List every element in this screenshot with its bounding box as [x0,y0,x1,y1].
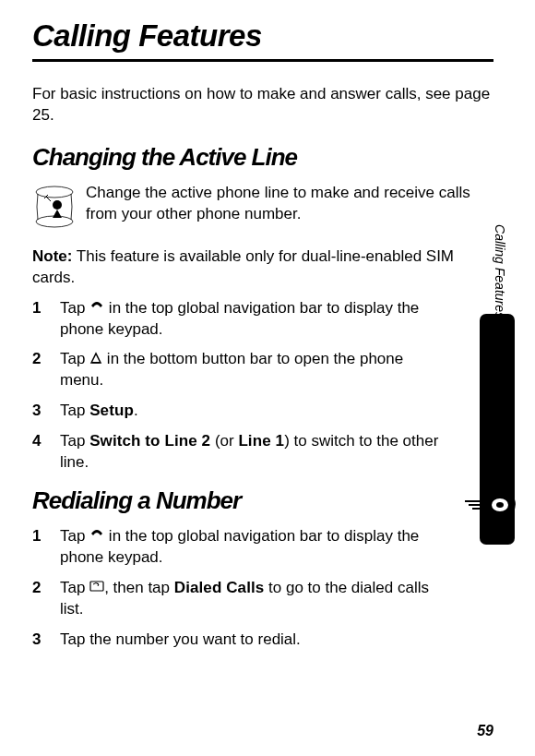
step-text: (or [210,432,238,450]
step-text: , then tap [104,579,174,596]
step-text: Tap [60,350,89,367]
switch-to-line2-label: Switch to Line 2 [89,432,210,450]
phone-handset-icon [89,526,104,547]
step-text: Tap [60,299,89,317]
setup-label: Setup [89,402,134,419]
step-4: Tap Switch to Line 2 (or Line 1) to swit… [32,431,447,474]
page-title: Calling Features [32,18,493,62]
step-3: Tap the number you want to redial. [32,630,447,651]
step-text: Tap [60,527,89,545]
page-number: 59 [477,723,493,739]
step-text: Tap [60,432,89,450]
svg-point-2 [53,200,62,210]
step-3: Tap Setup. [32,401,447,422]
section-heading-redial: Redialing a Number [32,486,493,515]
step-text: . [134,402,138,419]
section1-paragraph: Change the active phone line to make and… [86,184,470,222]
note-block: Change the active phone line to make and… [32,183,493,289]
dialed-calls-label: Dialed Calls [174,579,265,596]
section2-steps: Tap in the top global navigation bar to … [32,526,493,651]
note-label: Note: [32,247,72,265]
section1-steps: Tap in the top global navigation bar to … [32,298,493,474]
side-tab-label: Calling Features [493,224,507,318]
step-text: Tap the number you want to redial. [60,630,301,648]
step-text: Tap [60,579,89,596]
step-text: in the bottom button bar to open the pho… [60,350,403,389]
step-text: in the top global navigation bar to disp… [60,299,419,338]
svg-point-6 [496,502,504,508]
step-1: Tap in the top global navigation bar to … [32,298,447,341]
recent-calls-icon [89,578,104,599]
intro-paragraph: For basic instructions on how to make an… [32,84,493,126]
section-heading-active-line: Changing the Active Line [32,143,493,172]
note-text: This feature is available only for dual-… [32,247,454,286]
menu-arrow-icon [89,350,102,371]
svg-point-1 [36,186,73,198]
svg-rect-3 [92,362,100,364]
phone-corner-icon [463,485,518,531]
step-text: in the top global navigation bar to disp… [60,527,419,566]
line1-label: Line 1 [238,432,284,450]
step-1: Tap in the top global navigation bar to … [32,526,447,569]
network-subscription-badge-icon [32,185,77,235]
step-2: Tap in the bottom button bar to open the… [32,349,447,391]
step-text: Tap [60,402,89,419]
phone-handset-icon [89,298,104,319]
step-2: Tap , then tap Dialed Calls to go to the… [32,578,447,620]
